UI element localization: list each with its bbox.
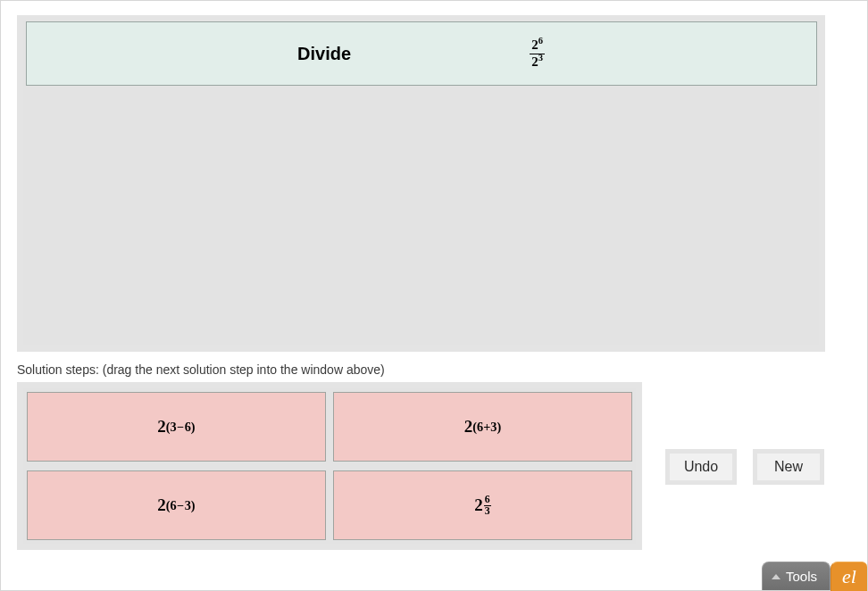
fraction-num-base: 2 <box>531 37 538 52</box>
tile-exponent-fraction: 63 <box>484 495 491 517</box>
tools-button[interactable]: Tools <box>762 562 830 590</box>
new-button[interactable]: New <box>753 449 824 485</box>
brand-badge: el <box>830 562 867 591</box>
solution-tile[interactable]: 2(3− 6) <box>27 392 326 462</box>
fraction-den-exp: 3 <box>538 53 543 62</box>
fraction: 26 23 <box>530 38 545 70</box>
tile-base: 2 <box>464 417 473 437</box>
gizmo-container: Divide 26 23 Solution steps: (drag the n… <box>0 0 868 591</box>
solution-tile[interactable]: 263 <box>333 470 632 540</box>
solution-tile[interactable]: 2(6+3) <box>333 392 632 462</box>
tiles-panel: 2(3− 6) 2(6+3) 2(6− 3) 263 <box>17 382 642 550</box>
prompt-expression: 26 23 <box>530 38 545 70</box>
tile-base: 2 <box>157 495 166 515</box>
operation-label: Divide <box>297 44 351 64</box>
instruction-text: Solution steps: (drag the next solution … <box>17 362 851 377</box>
solution-tile[interactable]: 2(6− 3) <box>27 470 326 540</box>
brand-badge-initials: el <box>842 565 856 588</box>
prompt-content: Divide 26 23 <box>297 38 545 70</box>
tools-label: Tools <box>786 569 817 584</box>
tools-tray: Tools el <box>762 562 867 590</box>
prompt-bar: Divide 26 23 <box>26 21 817 86</box>
chevron-up-icon <box>772 574 780 579</box>
undo-button[interactable]: Undo <box>665 449 737 485</box>
fraction-num-exp: 6 <box>538 36 543 46</box>
work-window[interactable]: Divide 26 23 <box>17 15 825 352</box>
tile-base: 2 <box>157 417 166 437</box>
tile-base: 2 <box>474 495 483 515</box>
fraction-den-base: 2 <box>531 54 538 69</box>
